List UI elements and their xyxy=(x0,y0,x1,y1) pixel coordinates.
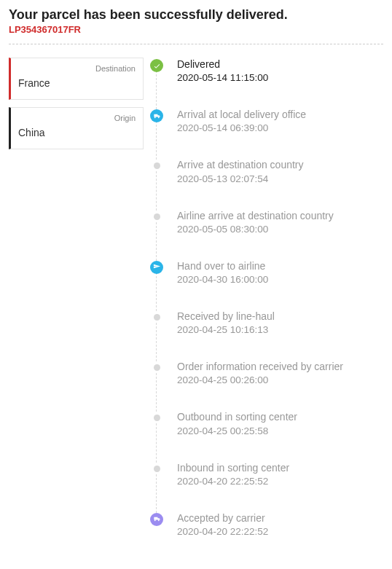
timeline-item: Arrive at destination country2020-05-13 … xyxy=(177,158,383,208)
timeline-connector xyxy=(156,171,157,210)
origin-label: Origin xyxy=(18,114,136,122)
timeline-connector xyxy=(156,423,157,462)
timeline-status: Received by line-haul xyxy=(177,310,383,323)
timeline-status: Outbound in sorting center xyxy=(177,410,383,423)
timeline-item: Accepted by carrier2020-04-20 22:22:52 xyxy=(177,511,383,537)
main-row: Destination France Origin China Delivere… xyxy=(9,58,383,537)
timeline-item: Outbound in sorting center2020-04-25 00:… xyxy=(177,410,383,460)
timeline-item: Arrival at local delivery office2020-05-… xyxy=(177,108,383,158)
destination-box: Destination France xyxy=(9,58,144,100)
dot-icon xyxy=(154,364,160,371)
timeline-connector xyxy=(156,121,157,160)
truck-icon xyxy=(150,513,163,526)
origin-value: China xyxy=(18,127,136,138)
page-title: Your parcel has been successfully delive… xyxy=(9,7,383,23)
destination-label: Destination xyxy=(18,64,136,73)
divider xyxy=(9,44,383,44)
timeline-status: Order information received by carrier xyxy=(177,360,383,373)
plane-icon xyxy=(150,261,163,274)
origin-box: Origin China xyxy=(9,107,144,149)
timeline-item: Hand over to airline2020-04-30 16:00:00 xyxy=(177,259,383,310)
dot-icon xyxy=(154,213,160,220)
timeline-date: 2020-05-14 06:39:00 xyxy=(177,122,383,133)
tracking-number: LP354367017FR xyxy=(9,24,383,35)
timeline-item: Delivered2020-05-14 11:15:00 xyxy=(177,58,383,108)
timeline-date: 2020-05-13 02:07:54 xyxy=(177,173,383,184)
destination-value: France xyxy=(18,77,136,89)
timeline-status: Delivered xyxy=(177,58,383,71)
timeline-connector xyxy=(156,222,157,261)
timeline-connector xyxy=(156,474,157,513)
timeline-item: Received by line-haul2020-04-25 10:16:13 xyxy=(177,310,383,360)
timeline-item: Inbound in sorting center2020-04-20 22:2… xyxy=(177,461,383,511)
check-icon xyxy=(150,59,163,72)
timeline-date: 2020-05-14 11:15:00 xyxy=(177,72,383,83)
timeline-date: 2020-04-20 22:22:52 xyxy=(177,526,383,537)
truck-icon xyxy=(150,109,163,122)
timeline-connector xyxy=(156,323,157,361)
timeline-date: 2020-05-05 08:30:00 xyxy=(177,224,383,235)
timeline-date: 2020-04-30 16:00:00 xyxy=(177,274,383,285)
timeline-item: Airline arrive at destination country202… xyxy=(177,209,383,259)
timeline-status: Hand over to airline xyxy=(177,259,383,272)
timeline: Delivered2020-05-14 11:15:00Arrival at l… xyxy=(144,58,383,537)
dot-icon xyxy=(154,314,160,321)
timeline-status: Airline arrive at destination country xyxy=(177,209,383,222)
timeline-item: Order information received by carrier202… xyxy=(177,360,383,410)
dot-icon xyxy=(154,415,160,421)
locations-panel: Destination France Origin China xyxy=(9,58,144,157)
timeline-connector xyxy=(156,373,157,412)
timeline-status: Accepted by carrier xyxy=(177,511,383,525)
timeline-date: 2020-04-20 22:25:52 xyxy=(177,476,383,487)
timeline-date: 2020-04-25 10:16:13 xyxy=(177,324,383,335)
timeline-status: Inbound in sorting center xyxy=(177,461,383,474)
timeline-status: Arrival at local delivery office xyxy=(177,108,383,121)
timeline-date: 2020-04-25 00:25:58 xyxy=(177,425,383,436)
timeline-date: 2020-04-25 00:26:00 xyxy=(177,374,383,385)
timeline-connector xyxy=(156,272,157,311)
timeline-connector xyxy=(156,71,157,109)
dot-icon xyxy=(154,162,160,169)
dot-icon xyxy=(154,466,160,472)
timeline-status: Arrive at destination country xyxy=(177,158,383,171)
